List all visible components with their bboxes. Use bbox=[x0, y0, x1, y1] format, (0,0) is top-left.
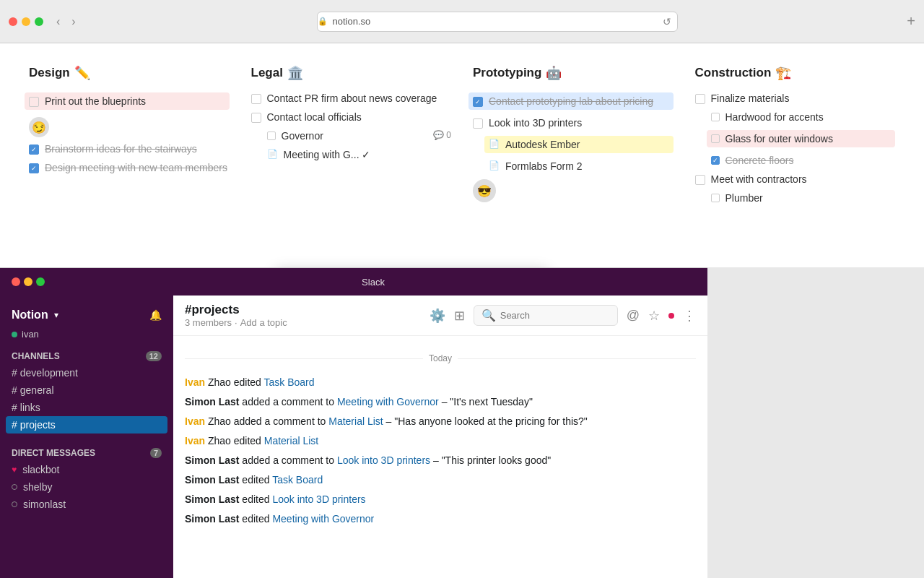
checkbox-concrete-floors[interactable] bbox=[711, 156, 720, 165]
maximize-button[interactable] bbox=[35, 17, 43, 26]
message-link[interactable]: Task Board bbox=[272, 474, 323, 486]
message-link[interactable]: Material List bbox=[264, 435, 318, 447]
layout-button[interactable]: ⊞ bbox=[454, 308, 465, 324]
checkbox-print-blueprints[interactable] bbox=[29, 97, 39, 107]
checkbox-meet-contractors[interactable] bbox=[695, 175, 705, 185]
task-hardwood[interactable]: Hardwood for accents bbox=[711, 111, 896, 123]
message-link[interactable]: Meeting with Governor bbox=[337, 396, 439, 407]
task-print-blueprints[interactable]: Print out the blueprints bbox=[25, 92, 230, 110]
comment-count: 💬 0 bbox=[433, 130, 451, 140]
message-link[interactable]: Look into 3D printers bbox=[337, 454, 430, 466]
checkbox-glass-windows[interactable] bbox=[711, 134, 720, 143]
task-design-meeting[interactable]: Design meeting with new team members bbox=[29, 162, 230, 173]
slack-minimize-btn[interactable] bbox=[24, 277, 32, 286]
search-input[interactable] bbox=[500, 310, 610, 321]
dm-shelby[interactable]: shelby bbox=[0, 478, 173, 496]
search-bar[interactable]: 🔍 bbox=[474, 305, 618, 326]
message-author: Simon Last bbox=[185, 396, 239, 407]
close-button[interactable] bbox=[9, 17, 17, 26]
checkbox-local-officials[interactable] bbox=[251, 113, 261, 123]
task-glass-windows[interactable]: Glass for outer windows bbox=[707, 130, 896, 147]
legal-emoji: 🏛️ bbox=[287, 65, 303, 81]
sidebar-item-development[interactable]: # development bbox=[0, 364, 173, 381]
message-quote: – "It's next Tuesday" bbox=[442, 396, 533, 407]
workspace-arrow: ▾ bbox=[54, 310, 58, 320]
more-button[interactable]: ⋮ bbox=[683, 308, 696, 324]
checkbox-prototyping-lab[interactable] bbox=[473, 97, 483, 107]
checkbox-hardwood[interactable] bbox=[711, 113, 720, 121]
task-text: Governor bbox=[282, 130, 323, 142]
legal-column: Legal 🏛️ Contact PR firm about news cove… bbox=[251, 65, 452, 211]
sidebar-item-links[interactable]: # links bbox=[0, 399, 173, 416]
message-link[interactable]: Task Board bbox=[264, 376, 315, 388]
settings-button[interactable]: ⚙️ bbox=[430, 308, 445, 324]
slack-window: Slack Notion ▾ 🔔 ivan CHANNELS 12 # deve… bbox=[0, 267, 707, 578]
task-plumber[interactable]: Plumber bbox=[711, 192, 896, 204]
task-governor[interactable]: Governor 💬 0 bbox=[267, 130, 452, 142]
slack-maximize-btn[interactable] bbox=[36, 277, 45, 286]
design-column-header: Design ✏️ bbox=[29, 65, 230, 81]
task-brainstorm[interactable]: Brainstorm ideas for the stairways bbox=[29, 143, 230, 155]
task-local-officials[interactable]: Contact local officials bbox=[251, 111, 452, 123]
message-link[interactable]: Material List bbox=[328, 415, 383, 427]
channel-name: general bbox=[20, 384, 54, 396]
dm-simonlast[interactable]: simonlast bbox=[0, 496, 173, 513]
task-concrete-floors[interactable]: Concrete floors bbox=[711, 155, 896, 166]
prototyping-column-header: Prototyping 🤖 bbox=[473, 65, 674, 81]
checkbox-3d-printers[interactable] bbox=[473, 118, 483, 129]
minimize-button[interactable] bbox=[22, 17, 30, 26]
dm-section-header[interactable]: DIRECT MESSAGES 7 bbox=[0, 442, 173, 461]
traffic-lights bbox=[9, 17, 43, 26]
workspace-name[interactable]: Notion bbox=[12, 309, 48, 322]
separator: · bbox=[235, 317, 237, 328]
avatar: 😏 bbox=[29, 117, 49, 137]
checkbox-brainstorm[interactable] bbox=[29, 144, 39, 155]
dm-slackbot[interactable]: ♥ slackbot bbox=[0, 461, 173, 478]
task-text: Contact prototyping lab about pricing bbox=[489, 95, 653, 107]
message-link[interactable]: Look into 3D printers bbox=[272, 493, 365, 505]
new-tab-button[interactable]: + bbox=[907, 13, 915, 30]
reload-button[interactable]: ↺ bbox=[657, 16, 677, 27]
channels-section-header[interactable]: CHANNELS 12 bbox=[0, 345, 173, 364]
sidebar-item-projects[interactable]: # projects bbox=[6, 416, 167, 434]
sidebar-item-general[interactable]: # general bbox=[0, 381, 173, 399]
prototyping-emoji: 🤖 bbox=[546, 65, 562, 81]
prototyping-title: Prototyping bbox=[473, 66, 541, 80]
dm-name: simonlast bbox=[23, 499, 66, 510]
task-text: Brainstorm ideas for the stairways bbox=[45, 143, 197, 155]
browser-chrome: ‹ › 🔒 notion.so ↺ + bbox=[0, 0, 924, 43]
message-m3: Ivan Zhao added a comment to Material Li… bbox=[185, 414, 696, 429]
message-m6: Simon Last edited Task Board bbox=[185, 473, 696, 488]
task-meeting-g[interactable]: 📄 Meeting with G... ✓ bbox=[267, 149, 452, 160]
checkbox-plumber[interactable] bbox=[711, 194, 720, 202]
channel-header-icons: ⚙️ ⊞ 🔍 @ ☆ ⋮ bbox=[430, 305, 696, 326]
message-m4: Ivan Zhao edited Material List bbox=[185, 434, 696, 449]
message-text: edited bbox=[242, 474, 272, 486]
task-pr-firm[interactable]: Contact PR firm about news coverage bbox=[251, 92, 452, 104]
checkbox-design-meeting[interactable] bbox=[29, 163, 39, 173]
construction-column: Construction 🏗️ Finalize materials Hardw… bbox=[695, 65, 896, 211]
checkbox-governor[interactable] bbox=[267, 131, 276, 140]
bell-icon[interactable]: 🔔 bbox=[149, 309, 162, 321]
design-emoji: ✏️ bbox=[74, 65, 90, 81]
slack-close-btn[interactable] bbox=[12, 277, 20, 286]
message-author: Ivan bbox=[185, 376, 205, 388]
task-text: Meet with contractors bbox=[711, 173, 807, 185]
mention-button[interactable]: @ bbox=[627, 308, 640, 323]
forward-button[interactable]: › bbox=[67, 14, 79, 30]
task-autodesk[interactable]: 📄 Autodesk Ember bbox=[484, 136, 674, 153]
back-button[interactable]: ‹ bbox=[52, 14, 64, 30]
star-button[interactable]: ☆ bbox=[648, 308, 660, 324]
checkbox-pr-firm[interactable] bbox=[251, 94, 261, 104]
task-meet-contractors[interactable]: Meet with contractors bbox=[695, 173, 896, 185]
add-topic-link[interactable]: Add a topic bbox=[240, 317, 287, 328]
task-formlabs[interactable]: 📄 Formlabs Form 2 bbox=[489, 160, 674, 172]
task-3d-printers[interactable]: Look into 3D printers bbox=[473, 117, 674, 129]
message-link[interactable]: Meeting with Governor bbox=[272, 513, 374, 525]
task-finalize-materials[interactable]: Finalize materials bbox=[695, 92, 896, 104]
address-bar[interactable]: 🔒 notion.so ↺ bbox=[317, 12, 678, 32]
checkbox-finalize-materials[interactable] bbox=[695, 94, 705, 104]
date-divider: Today bbox=[185, 353, 696, 363]
user-name: ivan bbox=[22, 329, 39, 340]
task-prototyping-lab[interactable]: Contact prototyping lab about pricing bbox=[468, 92, 674, 110]
